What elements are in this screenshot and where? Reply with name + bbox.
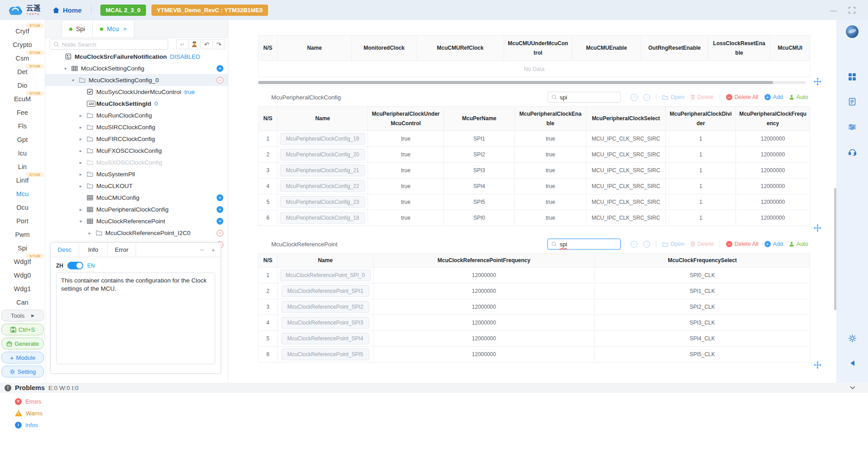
setting-button[interactable]: Setting — [1, 366, 44, 377]
tree-node[interactable]: McuSysClockUnderMcuControl true — [45, 86, 228, 98]
table-row[interactable]: 1 McuClockReferencePoint_SPI_0 12000000 … — [259, 268, 810, 283]
tree-node[interactable]: ▸ McuFIRCClockConfig — [45, 133, 228, 145]
chevron-right-icon[interactable]: ▸ — [80, 148, 87, 153]
expand-panel-icon[interactable]: + — [211, 246, 215, 254]
row-name-pill[interactable]: McuPeripheralClockConfig_20 — [280, 149, 365, 160]
sidebar-item-ocu[interactable]: Ocu — [0, 201, 45, 214]
fullscreen-icon[interactable] — [849, 7, 855, 14]
add-node-button[interactable]: + — [217, 206, 223, 213]
row-name-pill[interactable]: McuPeripheralClockConfig_23 — [280, 196, 365, 208]
project-device-badge[interactable]: YTMEVB_Demo_RevC : YTM32B1ME0 — [151, 5, 269, 16]
move-up-button[interactable]: ↑ — [631, 241, 637, 248]
move-handle-icon[interactable] — [814, 361, 821, 369]
delete-all-button[interactable]: − Delete All — [726, 241, 759, 247]
tab-error[interactable]: Error — [108, 243, 136, 257]
sidebar-item-lin[interactable]: Lin — [0, 160, 45, 174]
remove-node-button[interactable]: − — [217, 77, 223, 84]
tree-node[interactable]: ▸ McuPeripheralClockConfig + — [45, 203, 228, 215]
row-name-pill[interactable]: McuClockReferencePoint_SPI2 — [281, 301, 369, 313]
sidebar-item-can[interactable]: Can — [0, 296, 45, 309]
chevron-right-icon[interactable]: ▸ — [80, 184, 87, 188]
chevron-right-icon[interactable]: ▸ — [80, 207, 87, 212]
problems-errors-row[interactable]: ✕ Errors — [15, 395, 868, 407]
return-icon[interactable]: ↵ — [176, 39, 189, 49]
table-row[interactable]: 4 McuPeripheralClockConfig_22 true SPI4 … — [259, 179, 810, 194]
delete-all-button[interactable]: − Delete All — [726, 94, 759, 100]
minimize-icon[interactable]: — — [830, 7, 837, 14]
undo-icon[interactable]: ↶ — [201, 39, 213, 49]
peripheral-search-input[interactable]: spi — [547, 92, 621, 103]
chevron-right-icon[interactable]: ▸ — [80, 113, 87, 118]
add-module-button[interactable]: + Module — [1, 352, 44, 363]
table-row[interactable]: 6 McuClockReferencePoint_SPI5 12000000 S… — [259, 347, 810, 362]
collapse-rail-icon[interactable] — [836, 360, 868, 366]
tree-node[interactable]: ▸ McuCLKOUT — [45, 180, 228, 192]
home-button[interactable]: Home — [52, 6, 82, 14]
node-search-input[interactable]: Node Search — [50, 39, 168, 50]
move-down-button[interactable]: ↓ — [643, 94, 650, 101]
chevron-down-icon[interactable] — [850, 386, 855, 390]
chevron-right-icon[interactable]: ▸ — [80, 160, 87, 165]
add-button[interactable]: + Add — [764, 241, 783, 247]
checkbox-checked-icon[interactable] — [87, 89, 96, 95]
sidebar-item-wdgif[interactable]: WdgIfSTUB — [0, 255, 45, 268]
apps-grid-icon[interactable] — [836, 73, 868, 81]
close-icon[interactable]: × — [123, 26, 127, 33]
sidebar-item-cryif[interactable]: CryIfSTUB — [0, 24, 45, 38]
tree-node[interactable]: ▸ McuRunClockConfig — [45, 109, 228, 121]
sidebar-item-fls[interactable]: Fls — [0, 119, 45, 133]
sidebar-item-icu[interactable]: Icu — [0, 146, 45, 160]
tab-spi[interactable]: Spi — [61, 20, 93, 38]
scrollbar-thumb[interactable] — [258, 81, 773, 84]
chevron-right-icon[interactable]: ▸ — [80, 125, 87, 130]
move-up-button[interactable]: ↑ — [631, 94, 637, 101]
move-handle-icon[interactable] — [814, 224, 821, 232]
table-row[interactable]: 3 McuPeripheralClockConfig_21 true SPI3 … — [259, 163, 810, 179]
open-button[interactable]: Open — [662, 241, 684, 247]
row-name-pill[interactable]: McuPeripheralClockConfig_19 — [280, 133, 365, 145]
horizontal-scrollbar[interactable] — [258, 81, 806, 84]
table-row[interactable]: 6 McuPeripheralClockConfig_18 true SPI0 … — [259, 210, 810, 226]
tree-node[interactable]: ▸ McuSIRCClockConfig — [45, 121, 228, 133]
auto-button[interactable]: Auto — [789, 241, 808, 247]
row-name-pill[interactable]: McuPeripheralClockConfig_21 — [280, 165, 365, 176]
sidebar-item-dio[interactable]: Dio — [0, 79, 45, 92]
sidebar-item-fee[interactable]: Fee — [0, 106, 45, 119]
tree-node-disabled[interactable]: ▸ McuSXOSCClockConfig — [45, 156, 228, 168]
chevron-down-icon[interactable]: ▾ — [72, 78, 79, 83]
tree-node[interactable]: McuClockSrcFailureNotification DISABLED — [45, 51, 228, 62]
language-toggle[interactable] — [67, 262, 83, 269]
chevron-down-icon[interactable]: ▾ — [80, 219, 87, 224]
delete-button[interactable]: Delete — [690, 241, 714, 247]
add-button[interactable]: + Add — [764, 94, 783, 100]
sidebar-item-spi[interactable]: Spi — [0, 241, 45, 255]
open-button[interactable]: Open — [662, 94, 684, 100]
row-name-pill[interactable]: McuClockReferencePoint_SPI4 — [281, 333, 369, 344]
table-row[interactable]: 5 McuPeripheralClockConfig_23 true SPI5 … — [259, 194, 810, 210]
chevron-right-icon[interactable]: ▸ — [89, 231, 96, 235]
sidebar-item-det[interactable]: DetSTUB — [0, 65, 45, 79]
sidebar-item-gpt[interactable]: Gpt — [0, 133, 45, 146]
chevron-right-icon[interactable]: ▸ — [80, 172, 87, 177]
problems-header[interactable]: ! Problems E:0 W:0 I:0 — [0, 383, 868, 393]
tree-node[interactable]: ▸ McuClockReferencePoint_I2C0 − — [45, 227, 228, 239]
add-node-button[interactable]: + — [217, 65, 223, 72]
sidebar-item-wdg1[interactable]: Wdg1 — [0, 282, 45, 296]
reference-search-input[interactable]: spi — [547, 239, 621, 249]
tab-mcu[interactable]: Mcu × — [93, 20, 134, 38]
sidebar-item-ecum[interactable]: EcuMSTUB — [0, 92, 45, 106]
table-row[interactable]: 2 McuPeripheralClockConfig_20 true SPI2 … — [259, 147, 810, 163]
move-handle-icon[interactable] — [814, 78, 821, 85]
table-row[interactable]: 4 McuClockReferencePoint_SPI3 12000000 S… — [259, 315, 810, 331]
table-row[interactable]: 5 McuClockReferencePoint_SPI4 12000000 S… — [259, 331, 810, 347]
document-icon[interactable] — [836, 98, 868, 106]
table-row[interactable]: 3 McuClockReferencePoint_SPI2 12000000 S… — [259, 299, 810, 315]
tree-node[interactable]: ▾ McuClockReferencePoint + — [45, 215, 228, 227]
user-avatar[interactable] — [836, 25, 868, 38]
collapse-panel-icon[interactable]: − — [200, 246, 204, 254]
row-name-pill[interactable]: McuClockReferencePoint_SPI1 — [281, 285, 369, 297]
delete-button[interactable]: Delete — [690, 94, 714, 100]
node-value[interactable]: true — [184, 89, 195, 95]
tree-node[interactable]: McuCMUConfig + — [45, 192, 228, 203]
tree-node-selected[interactable]: ▾ McuClockSettingConfig_0 − — [45, 74, 228, 86]
